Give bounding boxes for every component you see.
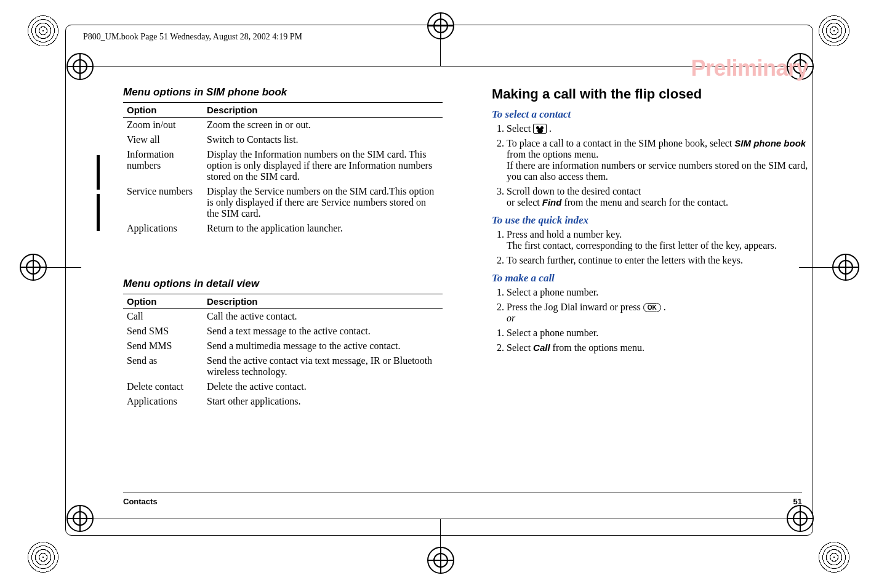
table-row: ApplicationsStart other applications. <box>123 394 443 409</box>
steps-quick-index: Press and hold a number key. The first c… <box>492 229 811 266</box>
crosshair-bottom-center <box>427 547 454 574</box>
cell-option: Zoom in/out <box>123 118 203 133</box>
text: Press the Jog Dial inward or press <box>507 302 643 312</box>
cell-option: Send as <box>123 353 203 379</box>
list-item: Select a phone number. <box>507 287 811 298</box>
left-column: Menu options in SIM phone book Option De… <box>123 86 443 409</box>
table-detail-view: Option Description CallCall the active c… <box>123 294 443 409</box>
text: from the options menu. <box>507 149 598 159</box>
table-sim-phonebook: Option Description Zoom in/outZoom the s… <box>123 102 443 236</box>
cell-option: View all <box>123 132 203 147</box>
th-option: Option <box>123 294 203 309</box>
crop-mark-radial-bl <box>28 542 58 573</box>
text: . <box>549 123 552 134</box>
right-column: Making a call with the flip closed To se… <box>492 86 811 409</box>
table-row: Zoom in/outZoom the screen in or out. <box>123 118 443 133</box>
cell-desc: Send the active contact via text message… <box>203 353 443 379</box>
list-item: Select . <box>507 123 811 134</box>
list-item: Select a phone number. <box>507 328 811 339</box>
ok-button-icon: OK <box>643 303 661 312</box>
subheading-to-select-contact: To select a contact <box>492 108 811 121</box>
steps-make-call-a: Select a phone number. Press the Jog Dia… <box>492 287 811 324</box>
text: from the options menu. <box>553 342 644 353</box>
crop-mark-radial-tr <box>819 15 849 46</box>
text: The first contact, corresponding to the … <box>507 240 811 251</box>
change-bar <box>97 155 100 190</box>
contacts-icon <box>533 124 547 134</box>
cell-desc: Send a text message to the active contac… <box>203 324 443 339</box>
text: If there are information numbers or serv… <box>507 160 811 182</box>
table-row: CallCall the active contact. <box>123 309 443 324</box>
cell-desc: Display the Information numbers on the S… <box>203 147 443 184</box>
section-title-sim-phonebook: Menu options in SIM phone book <box>123 86 443 99</box>
cell-option: Send SMS <box>123 324 203 339</box>
subheading-quick-index: To use the quick index <box>492 214 811 227</box>
cell-desc: Zoom the screen in or out. <box>203 118 443 133</box>
bold-term: SIM phone book <box>734 138 806 148</box>
text: . <box>664 302 666 312</box>
th-description: Description <box>203 294 443 309</box>
bold-term: Find <box>542 197 562 207</box>
section-title-detail-view: Menu options in detail view <box>123 278 443 290</box>
list-item: To place a call to a contact in the SIM … <box>507 138 811 182</box>
text: from the menu and search for the contact… <box>564 197 728 207</box>
cell-desc: Start other applications. <box>203 394 443 409</box>
running-header-text: P800_UM.book Page 51 Wednesday, August 2… <box>83 32 302 41</box>
list-item: Press and hold a number key. The first c… <box>507 229 811 251</box>
content: Menu options in SIM phone book Option De… <box>123 86 811 409</box>
list-item: Press the Jog Dial inward or press OK . … <box>507 302 811 324</box>
text-or: or <box>507 313 811 324</box>
steps-select-contact: Select . To place a call to a contact in… <box>492 123 811 208</box>
watermark-preliminary: Preliminary <box>691 55 808 81</box>
crop-mark-radial-br <box>819 542 849 573</box>
list-item: Scroll down to the desired contact or se… <box>507 186 811 208</box>
table-row: Service numbersDisplay the Service numbe… <box>123 184 443 221</box>
text: Select <box>507 123 533 134</box>
list-item: To search further, continue to enter the… <box>507 255 811 266</box>
cell-option: Delete contact <box>123 379 203 394</box>
crop-mark-radial-tl <box>28 15 58 46</box>
subheading-to-make-a-call: To make a call <box>492 272 811 284</box>
th-option: Option <box>123 103 203 118</box>
cell-option: Information numbers <box>123 147 203 184</box>
list-item: Select Call from the options menu. <box>507 342 811 353</box>
cell-desc: Switch to Contacts list. <box>203 132 443 147</box>
table-row: Delete contactDelete the active contact. <box>123 379 443 394</box>
page-footer: Contacts 51 <box>123 493 802 506</box>
cell-desc: Send a multimedia message to the active … <box>203 339 443 353</box>
table-row: ApplicationsReturn to the application la… <box>123 221 443 236</box>
cell-option: Service numbers <box>123 184 203 221</box>
th-description: Description <box>203 103 443 118</box>
text: or select <box>507 197 542 207</box>
table-row: Send asSend the active contact via text … <box>123 353 443 379</box>
cell-option: Call <box>123 309 203 324</box>
text: Scroll down to the desired contact <box>507 186 641 196</box>
text: To place a call to a contact in the SIM … <box>507 138 734 148</box>
cell-option: Applications <box>123 221 203 236</box>
table-row: Information numbersDisplay the Informati… <box>123 147 443 184</box>
table-row: Send MMSSend a multimedia message to the… <box>123 339 443 353</box>
text: To search further, continue to enter the… <box>507 255 743 265</box>
cell-desc: Delete the active contact. <box>203 379 443 394</box>
cell-desc: Display the Service numbers on the SIM c… <box>203 184 443 221</box>
text: Select a phone number. <box>507 328 598 338</box>
cell-desc: Call the active contact. <box>203 309 443 324</box>
running-header: P800_UM.book Page 51 Wednesday, August 2… <box>83 32 302 42</box>
text: Select a phone number. <box>507 287 598 297</box>
change-bar <box>97 194 100 231</box>
heading-making-a-call: Making a call with the flip closed <box>492 86 811 102</box>
text: Select <box>507 342 533 353</box>
text: Press and hold a number key. <box>507 229 622 240</box>
bold-term: Call <box>533 342 550 353</box>
steps-make-call-b: Select a phone number. Select Call from … <box>492 328 811 353</box>
footer-page-number: 51 <box>793 497 802 506</box>
cell-option: Applications <box>123 394 203 409</box>
table-row: Send SMSSend a text message to the activ… <box>123 324 443 339</box>
cell-option: Send MMS <box>123 339 203 353</box>
table-row: View allSwitch to Contacts list. <box>123 132 443 147</box>
footer-section: Contacts <box>123 497 158 506</box>
cell-desc: Return to the application launcher. <box>203 221 443 236</box>
